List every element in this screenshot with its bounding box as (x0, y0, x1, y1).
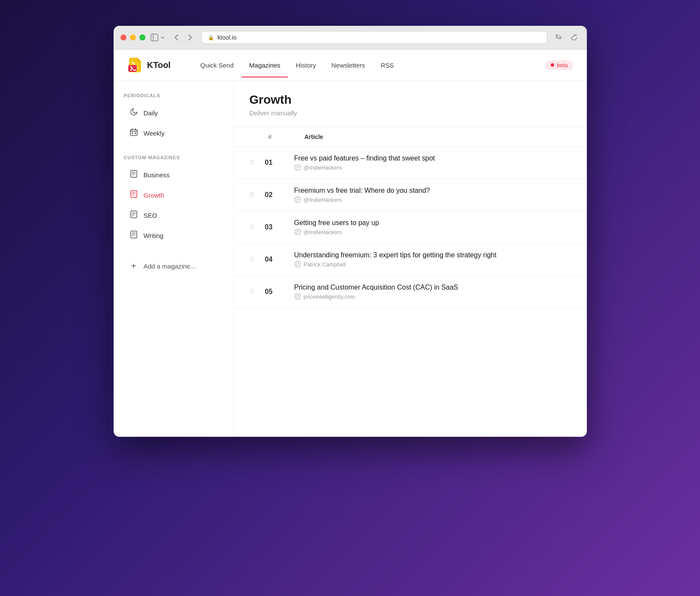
app-container: KTool Quick Send Magazines History Newsl… (114, 49, 587, 437)
article-source: @IndieHackers (294, 196, 571, 203)
article-source-icon (294, 196, 301, 203)
business-label: Business (144, 171, 170, 179)
top-nav: KTool Quick Send Magazines History Newsl… (114, 49, 587, 81)
article-source-icon (294, 293, 301, 300)
weekly-label: Weekly (144, 130, 165, 137)
nav-arrows (170, 31, 196, 43)
table-row[interactable]: ⠿ 04 Understanding freemium: 3 expert ti… (234, 244, 587, 276)
article-title: Understanding freemium: 3 expert tips fo… (294, 251, 571, 259)
drag-handle[interactable]: ⠿ (250, 191, 253, 198)
svg-rect-7 (131, 191, 137, 198)
plus-icon: + (129, 262, 139, 270)
article-title: Pricing and Customer Acquisition Cost (C… (294, 284, 571, 291)
table-header: # Article (234, 127, 587, 147)
lock-icon: 🔒 (208, 34, 214, 40)
row-number: 03 (265, 223, 284, 231)
magazine-icon-writing (129, 230, 139, 241)
article-title: Getting free users to pay up (294, 219, 571, 227)
article-title: Freemium vs free trial: Where do you sta… (294, 187, 571, 195)
nav-newsletters[interactable]: Newsletters (324, 53, 373, 77)
growth-label: Growth (144, 191, 164, 199)
nav-rss[interactable]: RSS (373, 53, 402, 77)
add-magazine-button[interactable]: + Add a magazine... (124, 257, 223, 275)
row-number: 01 (265, 159, 284, 167)
article-info: Understanding freemium: 3 expert tips fo… (294, 251, 571, 268)
article-source: priceintelligently.com (294, 293, 571, 300)
beta-badge[interactable]: beta (546, 60, 573, 70)
row-number: 04 (265, 256, 284, 263)
browser-actions (552, 31, 580, 43)
col-header-article: Article (305, 133, 571, 140)
svg-rect-5 (135, 133, 136, 134)
drag-handle[interactable]: ⠿ (250, 288, 253, 295)
nav-links: Quick Send Magazines History Newsletters… (193, 53, 532, 77)
address-bar[interactable]: 🔒 ktool.io (201, 31, 547, 44)
nav-magazines[interactable]: Magazines (241, 53, 288, 77)
sidebar-item-weekly[interactable]: Weekly (124, 124, 223, 143)
back-button[interactable] (170, 31, 182, 43)
svg-rect-3 (130, 130, 137, 136)
forward-button[interactable] (184, 31, 196, 43)
article-source-icon (294, 164, 301, 171)
articles-list: ⠿ 01 Free vs paid features – finding tha… (234, 147, 587, 308)
article-source-icon (294, 261, 301, 268)
sidebar-item-growth[interactable]: Growth (124, 185, 223, 205)
beta-dot (551, 63, 554, 67)
seo-label: SEO (144, 212, 157, 219)
table-row[interactable]: ⠿ 03 Getting free users to pay up @Indie… (234, 211, 587, 244)
table-row[interactable]: ⠿ 02 Freemium vs free trial: Where do yo… (234, 179, 587, 211)
periodicals-label: PERIODICALS (124, 93, 223, 98)
article-info: Getting free users to pay up @IndieHacke… (294, 219, 571, 235)
traffic-lights (120, 34, 145, 40)
writing-label: Writing (144, 232, 163, 239)
drag-handle[interactable]: ⠿ (250, 256, 253, 263)
maximize-button[interactable] (139, 34, 145, 40)
custom-label: CUSTOM MAGAZINES (124, 155, 223, 160)
custom-magazines-section: CUSTOM MAGAZINES Business (124, 155, 223, 245)
article-info: Freemium vs free trial: Where do you sta… (294, 187, 571, 203)
nav-history[interactable]: History (288, 53, 324, 77)
calendar-icon (129, 128, 139, 139)
sidebar-item-writing[interactable]: Writing (124, 226, 223, 245)
url-text: ktool.io (218, 34, 237, 41)
article-source-icon (294, 229, 301, 235)
sidebar-item-daily[interactable]: Daily (124, 103, 223, 123)
logo-icon (127, 57, 143, 73)
minimize-button[interactable] (130, 34, 136, 40)
periodicals-section: PERIODICALS Daily (124, 93, 223, 143)
sidebar-item-business[interactable]: Business (124, 165, 223, 185)
daily-label: Daily (144, 109, 158, 117)
svg-rect-4 (132, 133, 133, 134)
row-number: 05 (265, 288, 284, 296)
article-info: Free vs paid features – finding that swe… (294, 154, 571, 171)
articles-container: # Article ⠿ 01 Free vs paid features – f… (234, 127, 587, 437)
magazine-icon-business (129, 170, 139, 180)
article-source: Patrick Campbell (294, 261, 571, 268)
magazine-header: Growth Deliver manually (234, 81, 587, 127)
moon-icon (129, 108, 139, 118)
sidebar-toggle-button[interactable] (151, 34, 165, 41)
magazine-subtitle: Deliver manually (250, 109, 571, 117)
main-layout: PERIODICALS Daily (114, 81, 587, 437)
browser-chrome: 🔒 ktool.io (114, 26, 587, 49)
drag-handle[interactable]: ⠿ (250, 159, 253, 166)
browser-window: 🔒 ktool.io (114, 26, 587, 437)
nav-quick-send[interactable]: Quick Send (193, 53, 242, 77)
article-source: @IndieHackers (294, 229, 571, 235)
table-row[interactable]: ⠿ 01 Free vs paid features – finding tha… (234, 147, 587, 179)
add-magazine-label: Add a magazine... (144, 262, 196, 270)
svg-rect-8 (131, 211, 137, 218)
close-button[interactable] (120, 34, 126, 40)
translate-button[interactable] (552, 31, 564, 43)
col-header-num: # (268, 133, 294, 140)
svg-rect-0 (151, 34, 158, 41)
magazine-icon-seo (129, 210, 139, 221)
article-info: Pricing and Customer Acquisition Cost (C… (294, 284, 571, 300)
sidebar-item-seo[interactable]: SEO (124, 206, 223, 225)
refresh-button[interactable] (568, 31, 580, 43)
table-row[interactable]: ⠿ 05 Pricing and Customer Acquisition Co… (234, 276, 587, 308)
svg-rect-9 (131, 231, 137, 238)
sidebar: PERIODICALS Daily (114, 81, 234, 437)
logo-text: KTool (147, 60, 171, 70)
drag-handle[interactable]: ⠿ (250, 224, 253, 231)
